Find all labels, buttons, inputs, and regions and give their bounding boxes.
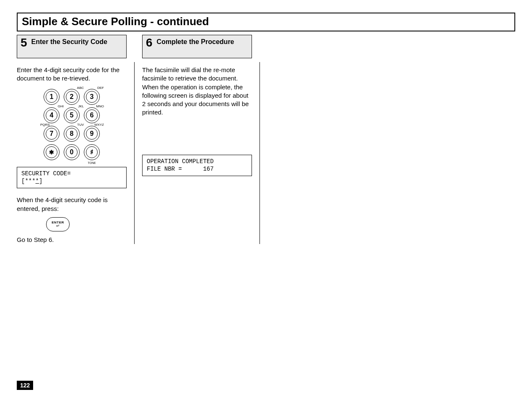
step-5-body-2: When the 4-digit security code is entere… — [17, 196, 127, 213]
step-6-body-1: The facsimile will dial the re-mote facs… — [142, 66, 252, 117]
key-4-digit: 4 — [46, 109, 57, 121]
step-5-body-1: Enter the 4-digit security code for the … — [17, 66, 127, 83]
key-4: GHI 4 — [44, 107, 60, 123]
column-divider-1 — [134, 62, 135, 244]
key-9-label: WXYZ — [94, 123, 104, 127]
key-1: 1 — [44, 89, 60, 105]
key-7: PQRS 7 — [44, 126, 60, 142]
step-5-column: 5 Enter the Security Code Enter the 4-di… — [17, 35, 127, 244]
key-6-digit: 6 — [86, 109, 98, 121]
step-5-lcd: SECURITY CODE=[****] — [17, 167, 127, 189]
column-divider-2 — [260, 62, 260, 244]
key-4-label: GHI — [58, 105, 64, 108]
step-5-body-3: Go to Step 6. — [17, 236, 127, 244]
columns-container: 5 Enter the Security Code Enter the 4-di… — [17, 35, 515, 244]
key-0: 0 — [64, 144, 80, 160]
key-8-digit: 8 — [66, 128, 78, 140]
key-7-digit: 7 — [46, 128, 57, 140]
key-1-digit: 1 — [46, 91, 57, 103]
key-9: WXYZ 9 — [84, 126, 100, 142]
key-2: ABC 2 — [64, 89, 80, 105]
step-6-header: 6 Complete the Procedure — [142, 35, 252, 58]
enter-button-arrow-icon: ↵ — [56, 224, 60, 228]
key-8-label: TUV — [77, 123, 84, 127]
key-3: DEF 3 — [84, 89, 100, 105]
step-6-number: 6 — [146, 37, 153, 49]
step-5-lcd-line1: SECURITY CODE= — [21, 170, 122, 178]
key-2-digit: 2 — [66, 91, 78, 103]
key-hash-tone-label: TONE — [84, 161, 100, 164]
step-5-title: Enter the Security Code — [31, 37, 107, 46]
key-5-digit: 5 — [66, 109, 78, 121]
key-0-digit: 0 — [66, 146, 78, 158]
key-3-label: DEF — [97, 86, 104, 90]
step-6-title: Complete the Procedure — [157, 37, 234, 46]
section-title-bar: Simple & Secure Polling - continued — [17, 13, 515, 31]
key-3-digit: 3 — [86, 91, 98, 103]
key-star-glyph: ✱ — [46, 146, 57, 158]
step-5-header: 5 Enter the Security Code — [17, 35, 127, 58]
key-5: JKL 5 — [64, 107, 80, 123]
step-5-lcd-line2: [****] — [21, 177, 122, 185]
key-5-label: JKL — [78, 105, 84, 108]
key-star: ✱ — [44, 144, 60, 160]
step-5-lcd-cursor: * — [36, 178, 39, 184]
numeric-keypad-illustration: 1 ABC 2 DEF 3 GHI 4 — [40, 89, 103, 160]
step-6-lcd: OPERATION COMPLETEDFILE NBR = 167 — [142, 155, 252, 177]
step-5-lcd-line2-prefix: [*** — [21, 178, 36, 184]
page-number-badge: 122 — [17, 381, 33, 390]
step-5-number: 5 — [21, 37, 27, 49]
key-hash: ♯ TONE — [84, 144, 100, 160]
step-5-lcd-line2-suffix: ] — [39, 178, 42, 184]
key-hash-glyph: ♯ — [86, 146, 98, 158]
key-6-label: MNO — [96, 105, 104, 108]
enter-button-illustration: ENTER ↵ — [46, 217, 70, 231]
section-title: Simple & Secure Polling - continued — [22, 15, 510, 28]
step-6-column: 6 Complete the Procedure The facsimile w… — [142, 35, 252, 244]
step-6-lcd-line1: OPERATION COMPLETED — [147, 158, 247, 166]
key-9-digit: 9 — [86, 128, 98, 140]
step-6-lcd-line2: FILE NBR = 167 — [147, 165, 247, 173]
key-2-label: ABC — [77, 86, 84, 90]
key-8: TUV 8 — [64, 126, 80, 142]
key-6: MNO 6 — [84, 107, 100, 123]
key-7-label: PQRS — [40, 123, 50, 127]
